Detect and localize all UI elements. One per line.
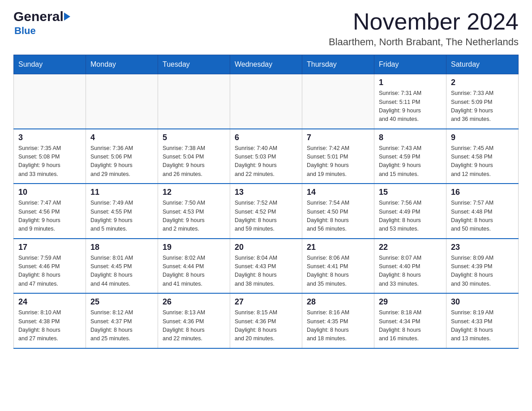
day-info: Sunrise: 8:12 AM Sunset: 4:37 PM Dayligh… xyxy=(90,308,153,343)
day-number: 25 xyxy=(90,297,153,307)
day-number: 26 xyxy=(163,297,225,307)
day-number: 21 xyxy=(307,243,369,252)
day-info: Sunrise: 8:09 AM Sunset: 4:39 PM Dayligh… xyxy=(451,254,514,289)
calendar-cell: 16Sunrise: 7:57 AM Sunset: 4:48 PM Dayli… xyxy=(446,184,519,239)
day-number: 2 xyxy=(451,78,514,87)
day-info: Sunrise: 8:01 AM Sunset: 4:45 PM Dayligh… xyxy=(90,254,153,289)
calendar-cell: 18Sunrise: 8:01 AM Sunset: 4:45 PM Dayli… xyxy=(86,239,158,294)
day-number: 9 xyxy=(451,133,514,142)
day-number: 30 xyxy=(451,297,514,307)
calendar-cell: 24Sunrise: 8:10 AM Sunset: 4:38 PM Dayli… xyxy=(14,293,86,348)
page-header: General Blue November 2024 Blaarthem, No… xyxy=(13,9,519,48)
calendar-week-5: 24Sunrise: 8:10 AM Sunset: 4:38 PM Dayli… xyxy=(14,293,519,348)
calendar-cell: 7Sunrise: 7:42 AM Sunset: 5:01 PM Daylig… xyxy=(302,129,374,184)
calendar-cell: 17Sunrise: 7:59 AM Sunset: 4:46 PM Dayli… xyxy=(14,239,86,294)
calendar-cell: 30Sunrise: 8:19 AM Sunset: 4:33 PM Dayli… xyxy=(446,293,519,348)
logo-triangle-icon xyxy=(64,13,70,21)
day-number: 22 xyxy=(379,243,442,252)
day-header-monday: Monday xyxy=(86,55,158,74)
calendar-cell: 23Sunrise: 8:09 AM Sunset: 4:39 PM Dayli… xyxy=(446,239,519,294)
calendar-cell: 19Sunrise: 8:02 AM Sunset: 4:44 PM Dayli… xyxy=(158,239,230,294)
calendar-cell: 13Sunrise: 7:52 AM Sunset: 4:52 PM Dayli… xyxy=(230,184,302,239)
day-info: Sunrise: 8:02 AM Sunset: 4:44 PM Dayligh… xyxy=(163,254,225,289)
day-info: Sunrise: 8:19 AM Sunset: 4:33 PM Dayligh… xyxy=(451,308,514,343)
day-info: Sunrise: 7:57 AM Sunset: 4:48 PM Dayligh… xyxy=(451,199,514,234)
calendar-body: 1Sunrise: 7:31 AM Sunset: 5:11 PM Daylig… xyxy=(14,74,519,348)
calendar-header: SundayMondayTuesdayWednesdayThursdayFrid… xyxy=(14,55,519,74)
day-header-wednesday: Wednesday xyxy=(230,55,302,74)
calendar-cell: 28Sunrise: 8:16 AM Sunset: 4:35 PM Dayli… xyxy=(302,293,374,348)
calendar-cell: 10Sunrise: 7:47 AM Sunset: 4:56 PM Dayli… xyxy=(14,184,86,239)
day-info: Sunrise: 7:54 AM Sunset: 4:50 PM Dayligh… xyxy=(307,199,369,234)
day-info: Sunrise: 7:38 AM Sunset: 5:04 PM Dayligh… xyxy=(163,144,225,179)
calendar-cell xyxy=(158,74,230,129)
day-info: Sunrise: 8:13 AM Sunset: 4:36 PM Dayligh… xyxy=(163,308,225,343)
calendar-week-3: 10Sunrise: 7:47 AM Sunset: 4:56 PM Dayli… xyxy=(14,184,519,239)
day-number: 12 xyxy=(163,188,225,197)
logo-general: General xyxy=(13,9,64,24)
calendar-cell: 8Sunrise: 7:43 AM Sunset: 4:59 PM Daylig… xyxy=(374,129,446,184)
day-number: 29 xyxy=(379,297,442,307)
calendar-cell xyxy=(86,74,158,129)
calendar-cell xyxy=(302,74,374,129)
day-info: Sunrise: 7:31 AM Sunset: 5:11 PM Dayligh… xyxy=(379,89,442,124)
day-info: Sunrise: 7:33 AM Sunset: 5:09 PM Dayligh… xyxy=(451,89,514,124)
calendar-cell: 27Sunrise: 8:15 AM Sunset: 4:36 PM Dayli… xyxy=(230,293,302,348)
day-number: 28 xyxy=(307,297,369,307)
day-info: Sunrise: 7:50 AM Sunset: 4:53 PM Dayligh… xyxy=(163,199,225,234)
location-subtitle: Blaarthem, North Brabant, The Netherland… xyxy=(329,36,519,48)
day-number: 15 xyxy=(379,188,442,197)
calendar-week-1: 1Sunrise: 7:31 AM Sunset: 5:11 PM Daylig… xyxy=(14,74,519,129)
day-header-friday: Friday xyxy=(374,55,446,74)
day-info: Sunrise: 7:35 AM Sunset: 5:08 PM Dayligh… xyxy=(18,144,81,179)
day-number: 8 xyxy=(379,133,442,142)
day-number: 19 xyxy=(163,243,225,252)
day-number: 5 xyxy=(163,133,225,142)
day-info: Sunrise: 8:15 AM Sunset: 4:36 PM Dayligh… xyxy=(235,308,297,343)
day-number: 4 xyxy=(90,133,153,142)
day-number: 14 xyxy=(307,188,369,197)
calendar-cell: 11Sunrise: 7:49 AM Sunset: 4:55 PM Dayli… xyxy=(86,184,158,239)
day-info: Sunrise: 8:16 AM Sunset: 4:35 PM Dayligh… xyxy=(307,308,369,343)
calendar-cell: 6Sunrise: 7:40 AM Sunset: 5:03 PM Daylig… xyxy=(230,129,302,184)
day-number: 17 xyxy=(18,243,81,252)
day-header-tuesday: Tuesday xyxy=(158,55,230,74)
calendar-cell: 29Sunrise: 8:18 AM Sunset: 4:34 PM Dayli… xyxy=(374,293,446,348)
calendar-cell: 4Sunrise: 7:36 AM Sunset: 5:06 PM Daylig… xyxy=(86,129,158,184)
day-header-thursday: Thursday xyxy=(302,55,374,74)
day-info: Sunrise: 7:59 AM Sunset: 4:46 PM Dayligh… xyxy=(18,254,81,289)
calendar-cell: 21Sunrise: 8:06 AM Sunset: 4:41 PM Dayli… xyxy=(302,239,374,294)
day-info: Sunrise: 8:04 AM Sunset: 4:43 PM Dayligh… xyxy=(235,254,297,289)
day-info: Sunrise: 8:10 AM Sunset: 4:38 PM Dayligh… xyxy=(18,308,81,343)
day-number: 11 xyxy=(90,188,153,197)
calendar-cell: 3Sunrise: 7:35 AM Sunset: 5:08 PM Daylig… xyxy=(14,129,86,184)
calendar-cell: 2Sunrise: 7:33 AM Sunset: 5:09 PM Daylig… xyxy=(446,74,519,129)
day-number: 23 xyxy=(451,243,514,252)
day-info: Sunrise: 8:06 AM Sunset: 4:41 PM Dayligh… xyxy=(307,254,369,289)
day-info: Sunrise: 7:47 AM Sunset: 4:56 PM Dayligh… xyxy=(18,199,81,234)
calendar-cell: 22Sunrise: 8:07 AM Sunset: 4:40 PM Dayli… xyxy=(374,239,446,294)
day-number: 10 xyxy=(18,188,81,197)
day-number: 24 xyxy=(18,297,81,307)
day-number: 7 xyxy=(307,133,369,142)
calendar-cell: 9Sunrise: 7:45 AM Sunset: 4:58 PM Daylig… xyxy=(446,129,519,184)
day-number: 20 xyxy=(235,243,297,252)
calendar-cell: 5Sunrise: 7:38 AM Sunset: 5:04 PM Daylig… xyxy=(158,129,230,184)
calendar-cell: 15Sunrise: 7:56 AM Sunset: 4:49 PM Dayli… xyxy=(374,184,446,239)
calendar-cell: 25Sunrise: 8:12 AM Sunset: 4:37 PM Dayli… xyxy=(86,293,158,348)
day-header-saturday: Saturday xyxy=(446,55,519,74)
page-title: November 2024 xyxy=(329,9,519,34)
day-info: Sunrise: 8:18 AM Sunset: 4:34 PM Dayligh… xyxy=(379,308,442,343)
day-info: Sunrise: 7:42 AM Sunset: 5:01 PM Dayligh… xyxy=(307,144,369,179)
calendar-header-row: SundayMondayTuesdayWednesdayThursdayFrid… xyxy=(14,55,519,74)
day-number: 6 xyxy=(235,133,297,142)
day-info: Sunrise: 7:52 AM Sunset: 4:52 PM Dayligh… xyxy=(235,199,297,234)
calendar-cell: 12Sunrise: 7:50 AM Sunset: 4:53 PM Dayli… xyxy=(158,184,230,239)
day-number: 13 xyxy=(235,188,297,197)
day-number: 27 xyxy=(235,297,297,307)
calendar-cell: 1Sunrise: 7:31 AM Sunset: 5:11 PM Daylig… xyxy=(374,74,446,129)
calendar-week-4: 17Sunrise: 7:59 AM Sunset: 4:46 PM Dayli… xyxy=(14,239,519,294)
calendar-cell: 20Sunrise: 8:04 AM Sunset: 4:43 PM Dayli… xyxy=(230,239,302,294)
day-info: Sunrise: 7:43 AM Sunset: 4:59 PM Dayligh… xyxy=(379,144,442,179)
calendar-cell: 26Sunrise: 8:13 AM Sunset: 4:36 PM Dayli… xyxy=(158,293,230,348)
